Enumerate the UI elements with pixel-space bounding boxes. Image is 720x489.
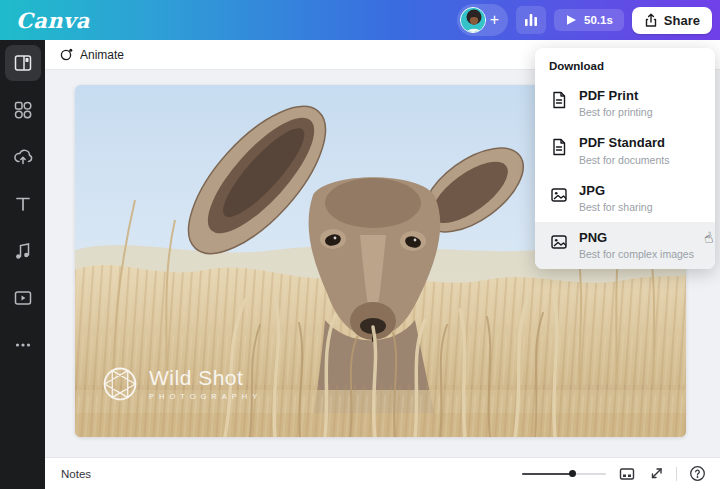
insights-button[interactable] (516, 6, 546, 34)
templates-panel-icon (13, 53, 33, 73)
fullscreen-icon (648, 466, 664, 482)
menu-item-description: Best for documents (579, 154, 669, 166)
watermark-title: Wild Shot (149, 367, 262, 389)
menu-item-label: PNG (579, 230, 694, 246)
uploads-cloud-icon (13, 147, 33, 167)
sidebar-item-elements[interactable] (5, 92, 41, 128)
share-upload-icon (644, 13, 658, 28)
present-button[interactable]: 50.1s (554, 9, 624, 31)
videos-icon (13, 288, 33, 308)
notes-button[interactable]: Notes (45, 468, 91, 480)
fullscreen-button[interactable] (648, 466, 664, 482)
add-member-icon[interactable]: + (490, 12, 499, 28)
menu-item-pdf-print[interactable]: PDF Print Best for printing (535, 80, 715, 127)
menu-item-jpg[interactable]: JPG Best for sharing (535, 175, 715, 222)
canva-editor: Canva + (0, 0, 720, 489)
avatar[interactable] (460, 7, 486, 33)
zoom-slider[interactable] (522, 467, 606, 481)
sidebar-item-text[interactable] (5, 186, 41, 222)
menu-item-description: Best for complex images (579, 248, 694, 260)
divider (676, 467, 677, 481)
menu-item-description: Best for printing (579, 106, 653, 118)
grid-view-button[interactable] (618, 465, 636, 483)
account-menu[interactable]: + (457, 4, 508, 36)
share-label: Share (664, 13, 700, 28)
pages-grid-icon (618, 465, 636, 483)
download-menu-title: Download (535, 58, 715, 80)
image-file-icon (549, 185, 569, 205)
help-icon (689, 465, 706, 482)
click-pointer-icon: ☝ (703, 230, 715, 247)
watermark-text: Wild Shot PHOTOGRAPHY (149, 367, 262, 400)
menu-item-png[interactable]: PNG Best for complex images ☝ (535, 222, 715, 269)
canva-logo[interactable]: Canva (0, 8, 90, 33)
bottom-status-bar: Notes (45, 457, 720, 489)
menu-item-pdf-standard[interactable]: PDF Standard Best for documents (535, 127, 715, 174)
sidebar-item-videos[interactable] (5, 280, 41, 316)
menu-item-description: Best for sharing (579, 201, 653, 213)
image-file-icon (549, 232, 569, 252)
animate-icon (59, 47, 74, 62)
sidebar-item-templates[interactable] (5, 45, 41, 81)
menu-item-label: JPG (579, 183, 653, 199)
play-icon (565, 14, 577, 26)
elements-icon (13, 100, 33, 120)
download-menu: Download PDF Print Best for printing PDF… (535, 48, 715, 269)
audio-note-icon (13, 241, 33, 261)
zoom-slider-thumb[interactable] (569, 470, 576, 477)
sidebar-item-audio[interactable] (5, 233, 41, 269)
pdf-file-icon (549, 90, 569, 110)
object-panel-sidebar (0, 40, 45, 489)
watermark-subtitle: PHOTOGRAPHY (149, 392, 262, 401)
sidebar-item-more[interactable] (5, 327, 41, 363)
zoom-slider-fill (522, 473, 571, 475)
menu-item-label: PDF Print (579, 88, 653, 104)
share-button[interactable]: Share (632, 7, 712, 34)
pdf-file-icon (549, 137, 569, 157)
help-button[interactable] (689, 465, 706, 482)
bar-chart-icon (523, 12, 539, 28)
sidebar-item-uploads[interactable] (5, 139, 41, 175)
text-icon (13, 194, 33, 214)
animate-button[interactable]: Animate (80, 48, 124, 62)
top-header: Canva + (0, 0, 720, 40)
menu-item-label: PDF Standard (579, 135, 669, 151)
header-actions: + 50.1s Share (457, 0, 712, 40)
aperture-logo-icon (101, 365, 139, 403)
more-dots-icon (13, 335, 33, 355)
avatar-image (461, 8, 486, 33)
watermark: Wild Shot PHOTOGRAPHY (101, 365, 262, 403)
duration-label: 50.1s (584, 14, 613, 26)
